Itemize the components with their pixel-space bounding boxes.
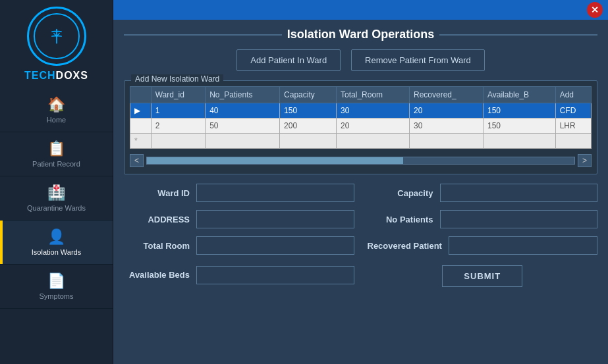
total-room-input[interactable] xyxy=(196,236,354,255)
cell-ward-id: 1 xyxy=(151,103,205,118)
recovered-input[interactable] xyxy=(449,236,597,255)
cell-no-patients: 40 xyxy=(206,103,280,118)
cell-ward-id: 2 xyxy=(151,118,205,134)
no-patients-label: No Patients xyxy=(368,215,433,224)
no-patients-row: No Patients xyxy=(368,210,598,228)
logo-circle xyxy=(27,7,86,66)
cell-available: 150 xyxy=(483,103,555,118)
top-bar: ✕ xyxy=(113,0,608,20)
table-section-label: Add New Isolation Ward xyxy=(131,74,223,84)
cell-capacity: 200 xyxy=(280,118,337,134)
scroll-left-button[interactable]: < xyxy=(130,154,144,167)
remove-patient-button[interactable]: Remove Patient From Ward xyxy=(351,49,485,71)
scroll-right-button[interactable]: > xyxy=(578,154,592,167)
table-wrapper: Ward_id No_Patients Capacity Total_Room … xyxy=(130,86,592,149)
sidebar-item-patient-label: Patient Record xyxy=(32,160,80,168)
main-content: ✕ Isolation Ward Operations Add Patient … xyxy=(113,0,608,364)
col-arrow xyxy=(130,87,152,103)
ward-id-row: Ward ID xyxy=(124,184,354,202)
recovered-row: Recovered Patient xyxy=(368,236,598,255)
sidebar-item-home-label: Home xyxy=(47,116,66,124)
cell-recovered: 20 xyxy=(410,103,484,118)
row-arrow: ▶ xyxy=(130,103,152,118)
total-room-row: Total Room xyxy=(124,236,354,255)
add-patient-button[interactable]: Add Patient In Ward xyxy=(236,49,341,71)
scroll-track[interactable] xyxy=(146,157,575,165)
total-room-label: Total Room xyxy=(124,241,190,251)
available-beds-input[interactable] xyxy=(196,266,354,284)
action-buttons: Add Patient In Ward Remove Patient From … xyxy=(124,49,597,71)
cell-no-patients: 50 xyxy=(206,118,280,134)
sidebar-item-symptoms-label: Symptoms xyxy=(40,292,74,300)
sidebar-item-home[interactable]: 🏠 Home xyxy=(0,88,113,132)
no-patients-input[interactable] xyxy=(440,210,598,228)
available-beds-row: Available Beds xyxy=(124,263,354,287)
col-recovered: Recovered_ xyxy=(410,87,484,103)
row-arrow xyxy=(130,118,152,134)
sidebar-item-isolation-wards[interactable]: 👤 Isolation Wards xyxy=(0,221,113,265)
available-beds-label: Available Beds xyxy=(124,270,190,280)
sidebar: TECHDOXS 🏠 Home 📋 Patient Record 🏥 Quara… xyxy=(0,0,113,364)
capacity-input[interactable] xyxy=(440,184,598,202)
new-row-marker: * xyxy=(130,134,152,149)
quarantine-icon: 🏥 xyxy=(47,184,65,201)
table-header-row: Ward_id No_Patients Capacity Total_Room … xyxy=(130,87,592,103)
capacity-label: Capacity xyxy=(368,188,433,198)
ward-id-label: Ward ID xyxy=(124,188,190,198)
sidebar-item-symptoms[interactable]: 📄 Symptoms xyxy=(0,265,113,309)
cell-add: CFD xyxy=(555,103,591,118)
scroll-thumb xyxy=(147,157,403,164)
col-total-room: Total_Room xyxy=(337,87,410,103)
recovered-label: Recovered Patient xyxy=(368,241,442,251)
brand-name: TECHDOXS xyxy=(24,70,88,82)
table-row[interactable]: ▶ 1 40 150 30 20 150 CFD xyxy=(130,103,592,118)
cell-capacity: 150 xyxy=(280,103,337,118)
cell-available: 150 xyxy=(483,118,555,134)
ward-form: Ward ID Capacity ADDRESS No Patients Tot… xyxy=(124,184,597,287)
ward-id-input[interactable] xyxy=(196,184,354,202)
scroll-bar: < > xyxy=(130,153,592,169)
sidebar-item-quarantine-label: Quarantine Wards xyxy=(27,204,86,212)
page-title: Isolation Ward Operations xyxy=(124,28,597,41)
submit-button[interactable]: SUBMIT xyxy=(442,265,522,287)
table-row[interactable]: 2 50 200 20 30 150 LHR xyxy=(130,118,592,134)
sidebar-item-quarantine-wards[interactable]: 🏥 Quarantine Wards xyxy=(0,176,113,221)
cell-total-room: 30 xyxy=(337,103,410,118)
home-icon: 🏠 xyxy=(47,96,65,113)
address-label: ADDRESS xyxy=(124,215,190,224)
sidebar-item-patient-record[interactable]: 📋 Patient Record xyxy=(0,132,113,176)
col-available: Available_B xyxy=(483,87,555,103)
address-row: ADDRESS xyxy=(124,210,354,228)
isolation-icon: 👤 xyxy=(47,228,65,246)
col-no-patients: No_Patients xyxy=(206,87,280,103)
logo-icon xyxy=(34,13,80,59)
table-section: Add New Isolation Ward Ward_id No_Patien… xyxy=(124,80,597,174)
sidebar-item-isolation-label: Isolation Wards xyxy=(32,248,81,256)
table-row-new[interactable]: * xyxy=(130,134,592,149)
address-input[interactable] xyxy=(196,210,354,228)
col-add: Add xyxy=(555,87,591,103)
ward-table: Ward_id No_Patients Capacity Total_Room … xyxy=(130,86,592,149)
content-area: Isolation Ward Operations Add Patient In… xyxy=(113,20,608,364)
cell-recovered: 30 xyxy=(410,118,484,134)
cell-total-room: 20 xyxy=(337,118,410,134)
close-button[interactable]: ✕ xyxy=(587,2,603,18)
cell-add: LHR xyxy=(555,118,591,134)
capacity-row: Capacity xyxy=(368,184,598,202)
submit-row: SUBMIT xyxy=(368,265,598,287)
col-ward-id: Ward_id xyxy=(151,87,205,103)
symptoms-icon: 📄 xyxy=(47,273,65,290)
patient-record-icon: 📋 xyxy=(47,140,65,157)
col-capacity: Capacity xyxy=(280,87,337,103)
